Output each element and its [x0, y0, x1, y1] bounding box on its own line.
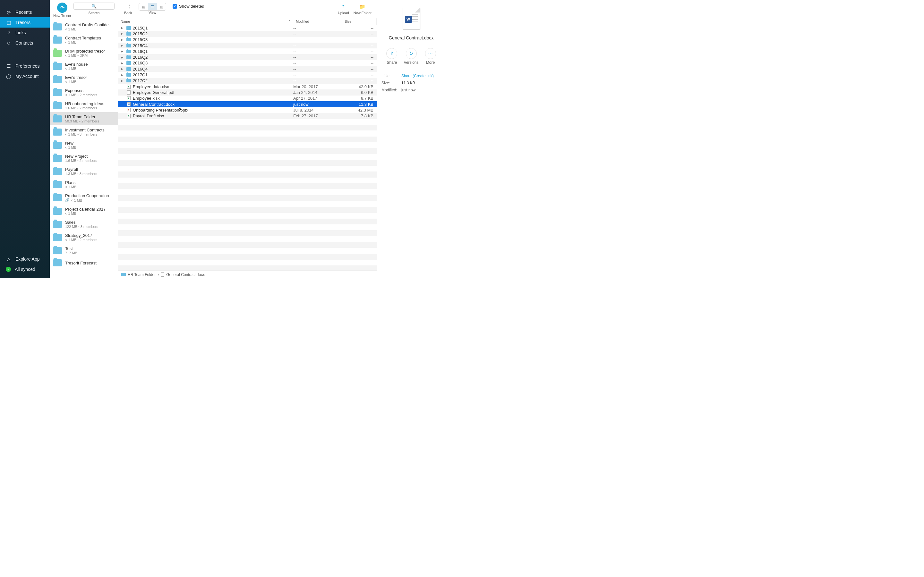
file-modified: --: [293, 73, 342, 77]
meta-link-value[interactable]: Share (Create link): [401, 74, 434, 78]
back-label: Back: [124, 11, 132, 15]
column-size[interactable]: Size: [342, 18, 376, 25]
nav-label: Explore App: [15, 256, 40, 261]
tresor-name: Plans: [65, 180, 115, 185]
file-row[interactable]: XPayroll Draft.xlsxFeb 27, 20177.8 KB: [118, 113, 376, 119]
view-columns-icon[interactable]: ▥: [157, 3, 166, 10]
file-row[interactable]: ▶2017Q2----: [118, 78, 376, 84]
nav-item-recents[interactable]: ◷Recents: [0, 7, 50, 17]
detail-filename: General Contract.docx: [389, 35, 433, 40]
file-row[interactable]: XEmployee.xlsxApr 27, 20178.7 KB: [118, 95, 376, 101]
tresor-meta: < 1 MB • 2 members: [65, 93, 115, 97]
file-row[interactable]: ▶2016Q1----: [118, 48, 376, 54]
tresor-item[interactable]: Payroll1.3 MB • 3 members: [50, 165, 118, 178]
file-row[interactable]: ▶2017Q1----: [118, 72, 376, 77]
file-row[interactable]: ▶2016Q4----: [118, 66, 376, 72]
file-size: 8.7 KB: [342, 96, 376, 101]
column-name[interactable]: Name ˄: [118, 18, 293, 25]
tresor-item[interactable]: Contract Templates< 1 MB: [50, 33, 118, 47]
file-row[interactable]: ▶2015Q1----: [118, 25, 376, 31]
file-row[interactable]: WGeneral Contract.docxjust now11.3 KB: [118, 101, 376, 107]
tresor-item[interactable]: Test717 MB: [50, 244, 118, 257]
tresor-item[interactable]: New< 1 MB: [50, 139, 118, 152]
folder-icon: [53, 181, 62, 188]
nav-item-preferences[interactable]: ☰Preferences: [0, 61, 50, 71]
tresors-icon: ⬚: [6, 20, 11, 25]
file-row[interactable]: ▶2015Q3----: [118, 37, 376, 43]
tresor-item[interactable]: Production Cooperation🔗< 1 MB: [50, 191, 118, 205]
tresor-item[interactable]: Expenses< 1 MB • 2 members: [50, 86, 118, 99]
folder-icon: [126, 73, 131, 77]
tresor-item[interactable]: Project calendar 2017< 1 MB: [50, 205, 118, 218]
nav-item-tresors[interactable]: ⬚Tresors: [0, 17, 50, 27]
new-tresor-button[interactable]: ⟳ New Tresor: [53, 3, 71, 18]
detail-metadata: Link: Share (Create link) Size: 11.3 KB …: [381, 74, 441, 95]
file-row[interactable]: ▶2016Q2----: [118, 54, 376, 60]
file-name: Employee data.xlsx: [132, 84, 293, 89]
breadcrumb-folder[interactable]: HR Team Folder: [128, 272, 156, 277]
file-name: 2015Q2: [132, 31, 293, 36]
upload-button[interactable]: ⇡ Upload: [338, 3, 349, 15]
tresor-item[interactable]: Strategy_2017< 1 MB • 2 members: [50, 231, 118, 244]
breadcrumb-file[interactable]: General Contract.docx: [166, 272, 205, 277]
folder-icon: [53, 168, 62, 175]
tresor-meta: < 1 MB: [65, 67, 115, 71]
tresor-item[interactable]: DRM protected tresor< 1 MB • DRM: [50, 47, 118, 60]
empty-row: [118, 242, 376, 248]
nav-item-synced[interactable]: ✓All synced: [0, 264, 50, 274]
tresor-panel: ⟳ New Tresor 🔍 Search Contract Drafts Co…: [50, 0, 118, 278]
tresor-item[interactable]: Eve's tresor< 1 MB: [50, 73, 118, 86]
tresor-item[interactable]: Eve's house< 1 MB: [50, 60, 118, 73]
view-segmented[interactable]: ▦ ☰ ▥: [139, 3, 166, 11]
file-row[interactable]: XEmployee data.xlsxMar 20, 201742.9 KB: [118, 84, 376, 89]
file-modified: Jan 24, 2014: [293, 90, 342, 95]
show-deleted-checkbox[interactable]: ✓ Show deleted: [173, 4, 204, 9]
tresor-item[interactable]: Contract Drafts Confide…< 1 MB: [50, 20, 118, 33]
file-modified: Jul 8, 2014: [293, 108, 342, 113]
new-folder-button[interactable]: 📁 New Folder: [354, 3, 372, 15]
empty-row: [118, 189, 376, 195]
links-icon: ↗: [6, 30, 11, 35]
folder-icon: [126, 55, 131, 59]
back-button[interactable]: 〈 Back: [123, 3, 133, 15]
tresor-item[interactable]: New Project1.6 MB • 2 members: [50, 152, 118, 165]
tresor-name: HR onboarding ideas: [65, 101, 115, 106]
tresor-name: Project calendar 2017: [65, 207, 115, 211]
nav-item-links[interactable]: ↗Links: [0, 27, 50, 38]
file-row[interactable]: ▶2016Q3----: [118, 60, 376, 66]
file-row[interactable]: POnboarding Presentation.pptxJul 8, 2014…: [118, 107, 376, 113]
tresor-item[interactable]: HR Team Folder50.3 MB • 2 members: [50, 112, 118, 125]
tresor-meta: < 1 MB • 3 members: [65, 132, 115, 136]
tresor-item[interactable]: Investment Contracts< 1 MB • 3 members: [50, 125, 118, 139]
tresor-item[interactable]: Tresorit Forecast: [50, 257, 118, 269]
file-row[interactable]: ⋮Employee General.pdfJan 24, 20146.0 KB: [118, 89, 376, 95]
nav-item-account[interactable]: ◯My Account: [0, 71, 50, 81]
xlsx-icon: X: [127, 114, 131, 118]
tresor-name: Investment Contracts: [65, 127, 115, 132]
share-button[interactable]: ⇧ Share: [386, 48, 397, 65]
more-button[interactable]: ⋯ More: [425, 48, 436, 65]
folder-icon: [53, 259, 62, 266]
tresor-item[interactable]: Plans< 1 MB: [50, 178, 118, 191]
search-input[interactable]: 🔍: [73, 3, 115, 10]
file-row[interactable]: ▶2015Q2----: [118, 31, 376, 37]
empty-row: [118, 248, 376, 253]
column-modified[interactable]: Modified: [293, 18, 342, 25]
tresor-item[interactable]: HR onboarding ideas1.6 MB • 2 members: [50, 99, 118, 112]
search-icon: 🔍: [91, 4, 97, 9]
tresor-item[interactable]: Sales122 MB • 3 members: [50, 218, 118, 231]
versions-button[interactable]: ↻ Versions: [404, 48, 418, 65]
file-size: 42.9 KB: [342, 84, 376, 89]
file-modified: Feb 27, 2017: [293, 113, 342, 118]
tresor-list[interactable]: Contract Drafts Confide…< 1 MBContract T…: [50, 20, 118, 278]
file-size: --: [342, 43, 376, 48]
nav-item-explore[interactable]: △Explore App: [0, 254, 50, 264]
file-list[interactable]: ▶2015Q1----▶2015Q2----▶2015Q3----▶2015Q4…: [118, 25, 376, 271]
disclosure-icon: ▶: [118, 44, 126, 47]
file-row[interactable]: ▶2015Q4----: [118, 43, 376, 48]
folder-icon: [121, 273, 126, 276]
nav-item-contacts[interactable]: ☺Contacts: [0, 38, 50, 48]
view-grid-icon[interactable]: ▦: [139, 3, 148, 10]
view-list-icon[interactable]: ☰: [148, 3, 157, 10]
tresor-name: Strategy_2017: [65, 233, 115, 238]
